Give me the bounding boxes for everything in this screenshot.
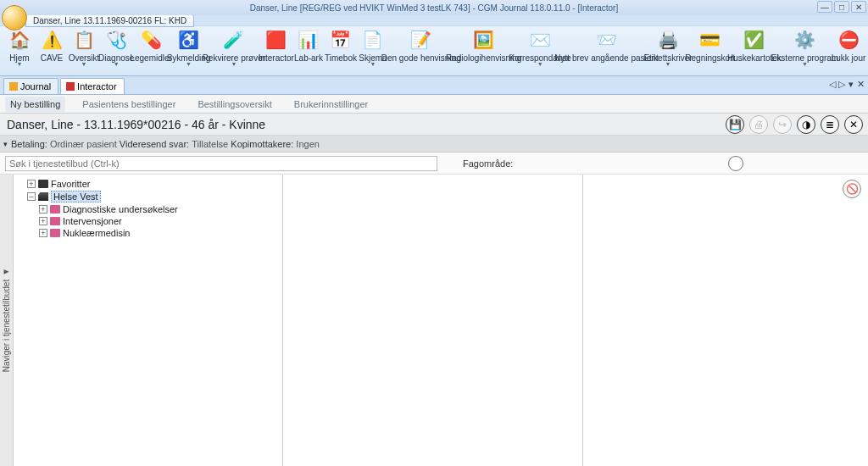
patient-info-line: Danser, Line - 13.11.1969*00216 - 46 år … [7, 118, 265, 131]
reminders-icon: ✅ [743, 28, 766, 52]
send-button[interactable]: ↪ [773, 115, 792, 134]
ribbon-medicines-button[interactable]: 💊Legemidler [132, 28, 170, 63]
tab-nav-arrows[interactable]: ◁ ▷ [829, 79, 845, 90]
chevron-down-icon[interactable]: ▾ [3, 140, 8, 148]
label-printer-icon: 🖨️ [656, 28, 680, 52]
maximize-button[interactable]: □ [834, 1, 849, 13]
forms-icon: 📄 [361, 28, 385, 52]
tree-node-intervensjoner[interactable]: +Intervensjoner [39, 215, 281, 227]
folder-open-icon [38, 192, 48, 201]
correspondence-icon: ✉️ [528, 28, 552, 52]
list-button[interactable]: ≣ [821, 115, 839, 134]
dropdown-icon: ▼ [114, 61, 120, 67]
dropdown-icon: ▼ [665, 61, 671, 67]
close-order-button[interactable]: ✕ [844, 115, 863, 134]
tab-close-button[interactable]: ✕ [857, 79, 865, 90]
summary-pane: 🚫 [583, 175, 868, 466]
referral-icon: 📝 [409, 28, 433, 52]
subtab-brukerinnstillinger[interactable]: Brukerinnstillinger [289, 97, 373, 112]
service-search-input[interactable] [5, 156, 437, 171]
billing-icon: 💳 [698, 28, 722, 52]
contrast-button[interactable]: ◑ [797, 115, 815, 134]
sub-tabs: Ny bestillingPasientens bestillingerBest… [0, 95, 868, 114]
ribbon-referral-button[interactable]: 📝Den gode henvisning [389, 28, 453, 63]
tab-icon [66, 82, 75, 91]
radiology-ref-icon: 🖼️ [472, 28, 496, 52]
ribbon-new-letter-button[interactable]: 📨Nytt brev angående pasient [566, 28, 648, 63]
value-videresend: Tillatelse [192, 139, 228, 149]
order-tests-icon: 🧪 [222, 28, 246, 52]
ribbon-label-printer-button[interactable]: 🖨️Etikettskriver▼ [647, 28, 688, 67]
save-button[interactable]: 💾 [726, 115, 744, 134]
fagomrade-label: Fagområde: [463, 158, 513, 169]
radio-lab[interactable]: Lab [520, 156, 868, 171]
dropdown-icon: ▼ [186, 61, 192, 67]
ribbon-lab-sheet-button[interactable]: 📊Lab-ark [292, 28, 325, 63]
label-videresend: Videresend svar: [120, 139, 189, 149]
new-letter-icon: 📨 [595, 28, 619, 52]
sick-leave-icon: ♿ [177, 28, 201, 52]
ribbon-external-button[interactable]: ⚙️Eksterne program▼ [777, 28, 832, 67]
ribbon-interactor-button[interactable]: 🟥Interactor [260, 28, 292, 63]
patient-context-tab[interactable]: Danser, Line 13.11.1969-00216 FL: KHD [25, 14, 194, 27]
subtab-bestillingsoversikt[interactable]: Bestillingsoversikt [192, 97, 276, 112]
fagomrade-group: Fagområde: Lab Radiologi [463, 156, 868, 171]
ribbon-overview-button[interactable]: 📋Oversikt▼ [68, 28, 100, 67]
order-info-strip[interactable]: ▾ Betaling: Ordinær pasient Videresend s… [0, 136, 868, 153]
collapse-icon[interactable]: – [27, 192, 36, 201]
subtab-ny-bestilling[interactable]: Ny bestilling [5, 97, 65, 112]
label-betaling: Betaling: [11, 139, 47, 149]
navigator-side-tab[interactable]: Naviger i tjenestetilbudet ◄ [0, 175, 14, 466]
ribbon-order-tests-button[interactable]: 🧪Rekvirere prøver▼ [208, 28, 260, 67]
expand-icon[interactable]: + [39, 217, 47, 225]
search-filter-row: Fagområde: Lab Radiologi [0, 153, 868, 175]
close-journal-icon: ⛔ [837, 28, 860, 52]
subtab-pasientens-bestillinger[interactable]: Pasientens bestillinger [77, 97, 181, 112]
minimize-button[interactable]: — [817, 1, 832, 13]
no-entry-icon[interactable]: 🚫 [843, 180, 861, 198]
label-kopimottakere: Kopimottakere: [231, 139, 293, 149]
ribbon-radiology-ref-button[interactable]: 🖼️Radiologihenvisning [453, 28, 515, 63]
orb-tab-row: Danser, Line 13.11.1969-00216 FL: KHD [0, 15, 868, 25]
tab-icon [9, 82, 18, 91]
diagnose-icon: 🩺 [104, 28, 128, 52]
home-icon: 🏠 [8, 28, 31, 52]
ribbon-toolbar: 🏠Hjem▼⚠️CAVE📋Oversikt▼🩺Diagnose▼💊Legemid… [0, 25, 868, 76]
tab-journal[interactable]: Journal [3, 78, 58, 94]
ribbon-billing-button[interactable]: 💳Regningskort [689, 28, 732, 63]
ribbon-home-button[interactable]: 🏠Hjem▼ [3, 28, 36, 67]
details-pane [283, 175, 583, 466]
ribbon-appointment-button[interactable]: 📅Timebok [325, 28, 357, 63]
ribbon-close-journal-button[interactable]: ⛔Lukk jour [832, 28, 865, 63]
expand-icon[interactable]: + [39, 229, 47, 237]
print-button[interactable]: 🖨 [749, 115, 768, 134]
close-button[interactable]: ✕ [851, 1, 866, 13]
folder-icon [50, 217, 60, 225]
overview-icon: 📋 [72, 28, 96, 52]
tree-node-favoritter[interactable]: + Favoritter [27, 178, 281, 190]
tree-node-helse-vest[interactable]: – Helse Vest [27, 190, 281, 203]
dropdown-icon: ▼ [81, 61, 87, 67]
app-orb-button[interactable] [2, 5, 27, 31]
value-kopimottakere: Ingen [296, 139, 320, 149]
folder-icon [38, 180, 48, 188]
expand-icon[interactable]: + [27, 180, 36, 188]
ribbon-cave-button[interactable]: ⚠️CAVE [36, 28, 68, 63]
folder-icon [50, 229, 60, 237]
tab-menu-button[interactable]: ▾ [849, 79, 854, 90]
cave-icon: ⚠️ [40, 28, 64, 52]
dropdown-icon: ▼ [231, 61, 236, 67]
tree-node-nukleærmedisin[interactable]: +Nukleærmedisin [39, 227, 281, 239]
value-betaling: Ordinær pasient [50, 139, 117, 149]
medicines-icon: 💊 [139, 28, 163, 52]
tab-interactor[interactable]: Interactor [60, 78, 124, 94]
lab-sheet-icon: 📊 [297, 28, 320, 52]
tree-node-diagnostiske-undersøkelser[interactable]: +Diagnostiske undersøkelser [39, 203, 281, 215]
ribbon-diagnose-button[interactable]: 🩺Diagnose▼ [100, 28, 132, 67]
dropdown-icon: ▼ [537, 61, 543, 67]
main-content-area: Naviger i tjenestetilbudet ◄ + Favoritte… [0, 175, 868, 466]
interactor-icon: 🟥 [264, 28, 288, 52]
expand-icon[interactable]: + [39, 205, 47, 214]
title-bar: Danser, Line [REG/REG ved HVIKT WinMed 3… [0, 0, 868, 15]
window-title: Danser, Line [REG/REG ved HVIKT WinMed 3… [0, 3, 868, 13]
